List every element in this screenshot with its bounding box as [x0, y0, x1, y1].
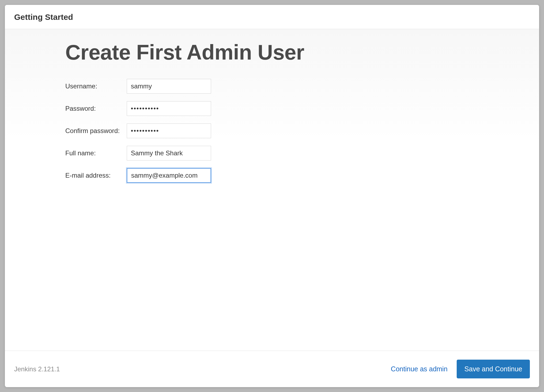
email-input[interactable] — [127, 168, 211, 183]
form-row-confirm-password: Confirm password: — [65, 124, 539, 138]
form-row-email: E-mail address: — [65, 168, 539, 183]
modal-footer: Jenkins 2.121.1 Continue as admin Save a… — [5, 351, 539, 387]
fullname-label: Full name: — [65, 149, 127, 157]
username-label: Username: — [65, 82, 127, 90]
form-row-username: Username: — [65, 79, 539, 94]
username-input[interactable] — [127, 79, 211, 94]
page-title: Create First Admin User — [65, 40, 539, 65]
form-row-password: Password: — [65, 101, 539, 116]
confirm-password-input[interactable] — [127, 124, 211, 138]
footer-actions: Continue as admin Save and Continue — [391, 360, 530, 378]
continue-as-admin-button[interactable]: Continue as admin — [391, 365, 447, 373]
fullname-input[interactable] — [127, 146, 211, 160]
setup-wizard-modal: Getting Started Create First Admin User … — [5, 5, 539, 387]
version-text: Jenkins 2.121.1 — [14, 365, 60, 373]
form-row-fullname: Full name: — [65, 146, 539, 160]
modal-header: Getting Started — [5, 5, 539, 29]
save-and-continue-button[interactable]: Save and Continue — [457, 360, 530, 378]
password-label: Password: — [65, 105, 127, 112]
confirm-password-label: Confirm password: — [65, 127, 127, 135]
modal-header-title: Getting Started — [14, 13, 530, 22]
email-label: E-mail address: — [65, 172, 127, 179]
password-input[interactable] — [127, 101, 211, 116]
modal-body: Create First Admin User Username: Passwo… — [5, 29, 539, 351]
